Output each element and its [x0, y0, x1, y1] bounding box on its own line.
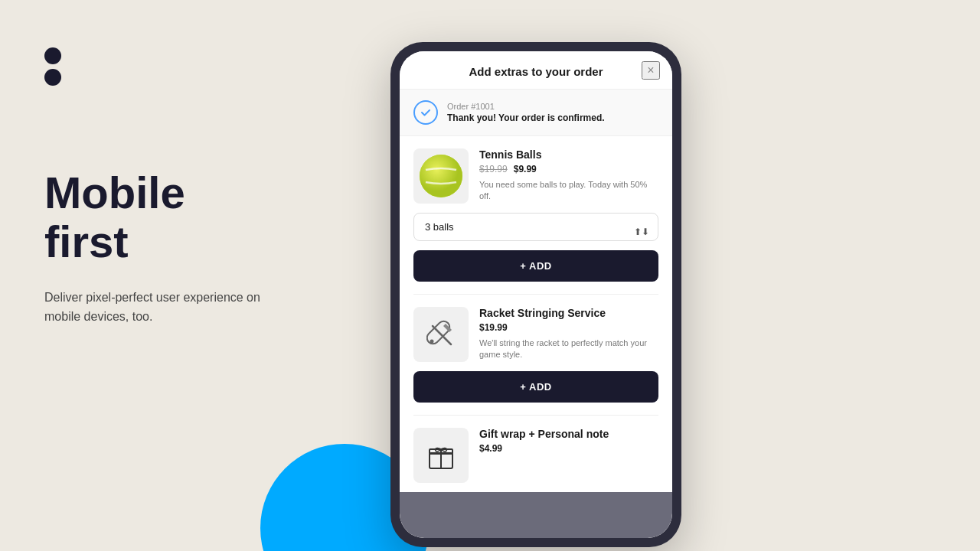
tennis-ball-details: Tennis Balls $19.99 $9.99 You need some …	[479, 148, 658, 203]
order-banner: Order #1001 Thank you! Your order is con…	[400, 90, 672, 136]
headline: Mobilefirst	[44, 168, 289, 266]
phone-screen: Add extras to your order × Order #1001 T…	[400, 51, 672, 538]
phone-frame: Add extras to your order × Order #1001 T…	[390, 42, 681, 547]
gift-wrap-card: Gift wrap + Personal note $4.99	[400, 416, 672, 483]
logo	[44, 47, 61, 86]
gift-wrap-image	[413, 428, 469, 483]
phone-mockup: Add extras to your order × Order #1001 T…	[390, 42, 681, 547]
logo-dot-1	[44, 47, 61, 64]
left-content: Mobilefirst Deliver pixel-perfect user e…	[44, 168, 289, 327]
quantity-select[interactable]: 1 ball 2 balls 3 balls 4 balls	[413, 213, 658, 241]
quantity-select-wrapper[interactable]: 1 ball 2 balls 3 balls 4 balls ⬆⬇	[400, 213, 672, 250]
price-row: $19.99 $9.99	[479, 164, 658, 174]
modal-header: Add extras to your order ×	[400, 51, 672, 90]
tennis-ball-desc: You need some balls to play. Today with …	[479, 179, 658, 203]
price-original: $19.99	[479, 164, 508, 174]
gift-wrap-details: Gift wrap + Personal note $4.99	[479, 428, 658, 458]
subtext: Deliver pixel-perfect user experience on…	[44, 288, 289, 327]
modal-title: Add extras to your order	[469, 65, 603, 78]
add-racket-service-button[interactable]: + ADD	[413, 371, 658, 403]
racket-service-desc: We'll string the racket to perfectly mat…	[479, 337, 658, 361]
racket-price: $19.99	[479, 322, 508, 333]
tennis-balls-card: Tennis Balls $19.99 $9.99 You need some …	[400, 136, 672, 204]
gift-price: $4.99	[479, 443, 502, 454]
order-number: Order #1001	[447, 102, 605, 111]
logo-dot-2	[44, 69, 61, 86]
order-info: Order #1001 Thank you! Your order is con…	[447, 102, 605, 123]
svg-point-2	[430, 340, 434, 344]
phone-bottom-bar	[400, 492, 672, 538]
gift-price-row: $4.99	[479, 443, 658, 454]
product-info-row: Tennis Balls $19.99 $9.99 You need some …	[413, 148, 658, 204]
service-info-row: Racket Stringing Service $19.99 We'll st…	[413, 307, 658, 362]
modal: Add extras to your order × Order #1001 T…	[400, 51, 672, 492]
gift-wrap-name: Gift wrap + Personal note	[479, 428, 658, 440]
racket-service-card: Racket Stringing Service $19.99 We'll st…	[400, 295, 672, 362]
tennis-ball-name: Tennis Balls	[479, 148, 658, 161]
tennis-ball-image	[413, 148, 469, 204]
racket-price-row: $19.99	[479, 322, 658, 333]
svg-point-1	[420, 155, 462, 197]
racket-service-image	[413, 307, 469, 362]
racket-service-details: Racket Stringing Service $19.99 We'll st…	[479, 307, 658, 361]
close-button[interactable]: ×	[642, 61, 660, 80]
order-confirmation: Thank you! Your order is confirmed.	[447, 112, 605, 123]
racket-service-name: Racket Stringing Service	[479, 307, 658, 319]
gift-info-row: Gift wrap + Personal note $4.99	[413, 428, 658, 483]
check-circle-icon	[413, 100, 438, 125]
add-tennis-balls-button[interactable]: + ADD	[413, 250, 658, 282]
price-sale: $9.99	[514, 164, 537, 174]
modal-body[interactable]: Tennis Balls $19.99 $9.99 You need some …	[400, 136, 672, 492]
